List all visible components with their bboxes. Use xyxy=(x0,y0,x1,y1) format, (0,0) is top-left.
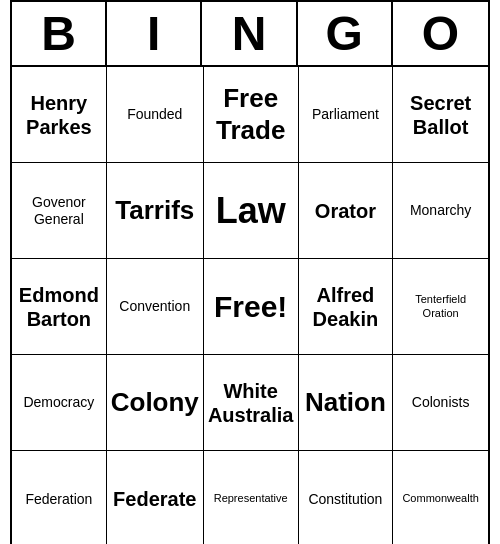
bingo-cell-21: Federate xyxy=(107,451,204,544)
header-letter-o: O xyxy=(393,2,488,65)
bingo-cell-19: Colonists xyxy=(393,355,488,451)
bingo-cell-10: Edmond Barton xyxy=(12,259,107,355)
bingo-cell-24: Commonwealth xyxy=(393,451,488,544)
bingo-card: BINGO Henry ParkesFoundedFree TradeParli… xyxy=(10,0,490,544)
bingo-cell-8: Orator xyxy=(299,163,394,259)
bingo-cell-6: Tarrifs xyxy=(107,163,204,259)
header-letter-i: I xyxy=(107,2,202,65)
bingo-cell-11: Convention xyxy=(107,259,204,355)
bingo-header: BINGO xyxy=(12,2,488,67)
bingo-cell-22: Representative xyxy=(204,451,299,544)
bingo-cell-16: Colony xyxy=(107,355,204,451)
header-letter-n: N xyxy=(202,2,297,65)
bingo-cell-4: Secret Ballot xyxy=(393,67,488,163)
bingo-cell-7: Law xyxy=(204,163,299,259)
header-letter-g: G xyxy=(298,2,393,65)
bingo-cell-5: Govenor General xyxy=(12,163,107,259)
header-letter-b: B xyxy=(12,2,107,65)
bingo-grid: Henry ParkesFoundedFree TradeParliamentS… xyxy=(12,67,488,544)
bingo-cell-17: White Australia xyxy=(204,355,299,451)
bingo-cell-1: Founded xyxy=(107,67,204,163)
bingo-cell-20: Federation xyxy=(12,451,107,544)
bingo-cell-23: Constitution xyxy=(299,451,394,544)
bingo-cell-2: Free Trade xyxy=(204,67,299,163)
bingo-cell-13: Alfred Deakin xyxy=(299,259,394,355)
bingo-cell-0: Henry Parkes xyxy=(12,67,107,163)
bingo-cell-15: Democracy xyxy=(12,355,107,451)
bingo-cell-14: Tenterfield Oration xyxy=(393,259,488,355)
bingo-cell-9: Monarchy xyxy=(393,163,488,259)
bingo-cell-3: Parliament xyxy=(299,67,394,163)
bingo-cell-18: Nation xyxy=(299,355,394,451)
bingo-cell-12: Free! xyxy=(204,259,299,355)
